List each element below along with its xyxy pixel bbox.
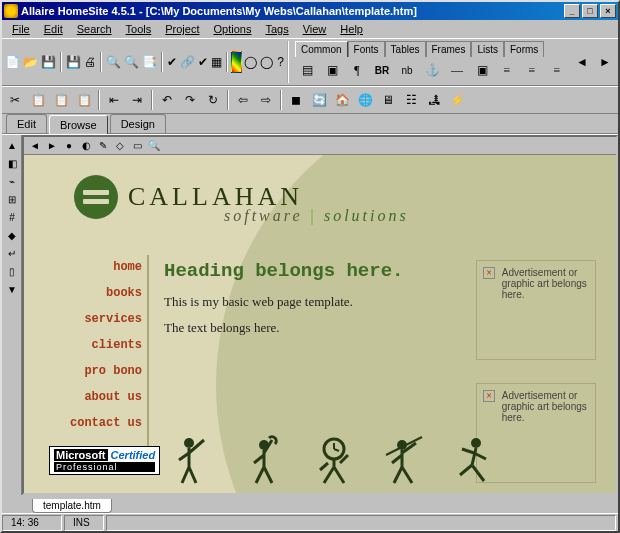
bookmark-button[interactable]: 🏞	[423, 89, 445, 111]
refresh-button[interactable]: 🔄	[308, 89, 330, 111]
olympic2-button[interactable]: ◯	[259, 51, 274, 73]
browser-stop-icon[interactable]: ●	[62, 139, 76, 153]
gutter-doc-icon[interactable]: ▯	[4, 263, 20, 279]
anchor-button[interactable]: ⚓	[420, 59, 444, 81]
ad-text-2: Advertisement or graphic art belongs her…	[502, 390, 588, 423]
cat-tab-fonts[interactable]: Fonts	[348, 41, 385, 57]
br-button[interactable]: BR	[370, 59, 394, 81]
gutter-down-arrow-icon[interactable]: ▼	[4, 281, 20, 297]
align-center-button[interactable]: ≡	[520, 59, 544, 81]
view-tab-design[interactable]: Design	[110, 114, 166, 133]
nav-clients[interactable]: clients	[54, 338, 142, 352]
spell-check-button[interactable]: ✔	[197, 51, 209, 73]
figure-clock-icon	[314, 435, 354, 485]
footer-figures	[174, 435, 494, 485]
replace-button[interactable]: 🔍	[123, 51, 140, 73]
browse-back-button[interactable]: ⇦	[232, 89, 254, 111]
nav-books[interactable]: books	[54, 286, 142, 300]
stop-button[interactable]: ◼	[285, 89, 307, 111]
quickstart-button[interactable]: ▤	[295, 59, 319, 81]
stylesheet-button[interactable]: ☷	[400, 89, 422, 111]
cat-tab-common[interactable]: Common	[295, 41, 348, 57]
copy-button[interactable]: 📋	[27, 89, 49, 111]
browser-edit-icon[interactable]: ✎	[96, 139, 110, 153]
cut-button[interactable]: ✂	[4, 89, 26, 111]
menu-view[interactable]: View	[297, 22, 333, 36]
clipboard-button[interactable]: 📋	[73, 89, 95, 111]
help-button[interactable]: ?	[275, 51, 286, 73]
world-button[interactable]: 🌐	[354, 89, 376, 111]
para-button[interactable]: ¶	[345, 59, 369, 81]
outdent-button[interactable]: ⇤	[103, 89, 125, 111]
gutter-pin-icon[interactable]: ◆	[4, 227, 20, 243]
thumbnail-button[interactable]: ▦	[210, 51, 223, 73]
gutter-tag-icon[interactable]: ◧	[4, 155, 20, 171]
menu-project[interactable]: Project	[159, 22, 205, 36]
reveal-tags-button[interactable]: ⚡	[446, 89, 468, 111]
new-file-button[interactable]: 📄	[4, 51, 21, 73]
nav-pro-bono[interactable]: pro bono	[54, 364, 142, 378]
cat-scroll-left-button[interactable]: ◄	[571, 51, 593, 73]
undo-button[interactable]: ↶	[156, 89, 178, 111]
find-in-files-button[interactable]: 📑	[141, 51, 158, 73]
gutter-hash-icon[interactable]: #	[4, 209, 20, 225]
palette-button[interactable]	[231, 51, 242, 73]
save-button[interactable]: 💾	[40, 51, 57, 73]
cat-tab-frames[interactable]: Frames	[426, 41, 472, 57]
cat-tab-tables[interactable]: Tables	[385, 41, 426, 57]
validate-button[interactable]: ✔	[166, 51, 178, 73]
maximize-button[interactable]: □	[582, 4, 598, 18]
gutter-key-icon[interactable]: ⌁	[4, 173, 20, 189]
menu-search[interactable]: Search	[71, 22, 118, 36]
browser-tag-icon[interactable]: ◇	[113, 139, 127, 153]
nav-services[interactable]: services	[54, 312, 142, 326]
image-button[interactable]: ▣	[470, 59, 494, 81]
menu-options[interactable]: Options	[208, 22, 258, 36]
gutter-wrap-icon[interactable]: ↵	[4, 245, 20, 261]
browser-refresh-icon[interactable]: ◐	[79, 139, 93, 153]
align-left-button[interactable]: ≡	[495, 59, 519, 81]
olympic-button[interactable]: ◯	[243, 51, 258, 73]
nbsp-button[interactable]: nb	[395, 59, 419, 81]
paste-button[interactable]: 📋	[50, 89, 72, 111]
menu-file[interactable]: File	[6, 22, 36, 36]
cat-tab-forms[interactable]: Forms	[504, 41, 544, 57]
browser-toolbar: ◄ ► ● ◐ ✎ ◇ ▭ 🔍	[24, 137, 616, 155]
home-button[interactable]: 🏠	[331, 89, 353, 111]
cat-tab-lists[interactable]: Lists	[471, 41, 504, 57]
gutter-trigger-icon[interactable]: ⊞	[4, 191, 20, 207]
redo-button[interactable]: ↷	[179, 89, 201, 111]
print-button[interactable]: 🖨	[83, 51, 97, 73]
browser-fwd-icon[interactable]: ►	[45, 139, 59, 153]
minimize-button[interactable]: _	[564, 4, 580, 18]
menu-bar: File Edit Search Tools Project Options T…	[2, 20, 618, 38]
link-check-button[interactable]: 🔗	[179, 51, 196, 73]
menu-tools[interactable]: Tools	[120, 22, 158, 36]
browse-fwd-button[interactable]: ⇨	[255, 89, 277, 111]
repeat-tag-button[interactable]: ↻	[202, 89, 224, 111]
browser-search-icon[interactable]: 🔍	[147, 139, 161, 153]
menu-tags[interactable]: Tags	[259, 22, 294, 36]
gutter-up-arrow-icon[interactable]: ▲	[4, 137, 20, 153]
hr-button[interactable]: —	[445, 59, 469, 81]
nav-about-us[interactable]: about us	[54, 390, 142, 404]
nav-home[interactable]: home	[54, 260, 142, 274]
view-tab-browse[interactable]: Browse	[49, 115, 108, 134]
browser-doc-icon[interactable]: ▭	[130, 139, 144, 153]
page-content: Heading belongs here. This is my basic w…	[164, 260, 424, 346]
file-tab-template[interactable]: template.htm	[32, 499, 112, 513]
open-file-button[interactable]: 📂	[22, 51, 39, 73]
monitor-button[interactable]: 🖥	[377, 89, 399, 111]
body-button[interactable]: ▣	[320, 59, 344, 81]
browser-back-icon[interactable]: ◄	[28, 139, 42, 153]
save-all-button[interactable]: 💾	[65, 51, 82, 73]
close-button[interactable]: ×	[600, 4, 616, 18]
align-right-button[interactable]: ≡	[545, 59, 569, 81]
view-tab-edit[interactable]: Edit	[6, 114, 47, 133]
menu-help[interactable]: Help	[334, 22, 369, 36]
indent-button[interactable]: ⇥	[126, 89, 148, 111]
cat-scroll-right-button[interactable]: ►	[594, 51, 616, 73]
menu-edit[interactable]: Edit	[38, 22, 69, 36]
find-button[interactable]: 🔍	[105, 51, 122, 73]
nav-contact-us[interactable]: contact us	[54, 416, 142, 430]
